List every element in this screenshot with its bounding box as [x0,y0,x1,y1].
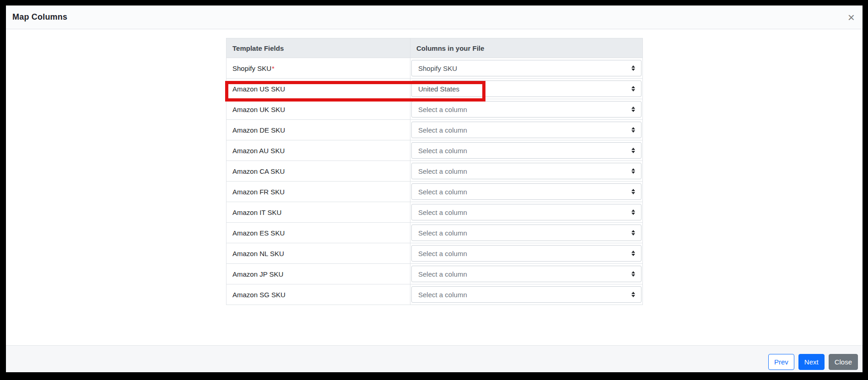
file-column-cell: Select a column [410,99,643,120]
select-expand-icon [631,209,635,215]
column-select-dropdown[interactable]: Select a column [411,204,642,220]
file-column-cell: Select a column [410,243,643,264]
select-expand-icon [631,127,635,133]
required-asterisk: * [272,64,275,72]
table-row: Amazon UK SKU Select a column [226,99,643,120]
column-mapping-table-wrap: Template Fields Columns in your File Sho… [226,38,642,305]
template-field-label: Shopify SKU [232,64,271,72]
file-column-cell: Select a column [410,182,643,202]
column-select-value: United States [418,85,459,93]
column-select-value: Select a column [418,250,467,257]
column-select-dropdown[interactable]: Select a column [411,122,642,138]
column-select-dropdown[interactable]: Select a column [411,183,642,200]
select-expand-icon [631,271,635,277]
column-select-dropdown[interactable]: Select a column [411,163,642,179]
table-row: Amazon JP SKU Select a column [226,264,643,284]
template-field-cell: Amazon FR SKU [226,182,410,202]
template-field-label: Amazon DE SKU [232,126,285,134]
table-header-template-fields: Template Fields [226,38,410,58]
prev-button[interactable]: Prev [768,354,794,370]
table-row: Amazon AU SKU Select a column [226,140,643,161]
next-button[interactable]: Next [798,354,825,370]
table-row: Amazon FR SKU Select a column [226,182,643,202]
template-field-cell: Amazon US SKU [226,79,410,99]
column-select-value: Select a column [418,229,467,237]
table-row: Amazon IT SKU Select a column [226,202,643,223]
template-field-label: Amazon ES SKU [232,229,285,237]
template-field-cell: Amazon UK SKU [226,99,410,120]
template-field-cell: Amazon JP SKU [226,264,410,284]
column-select-dropdown[interactable]: Select a column [411,225,642,241]
modal-title: Map Columns [12,12,67,22]
file-column-cell: Select a column [410,284,643,305]
table-row: Shopify SKU* Shopify SKU [226,58,643,79]
file-column-cell: Select a column [410,120,643,140]
select-expand-icon [631,107,635,112]
modal-footer: PrevNextClose [6,345,863,372]
mapping-table-body: Shopify SKU* Shopify SKU Amazon US SKU U… [226,58,643,305]
column-select-dropdown[interactable]: Select a column [411,286,642,303]
column-select-dropdown[interactable]: Shopify SKU [411,60,642,76]
column-select-value: Shopify SKU [418,64,457,72]
screenshot-frame: Map Columns × Template Fields Columns in… [0,0,868,380]
template-field-cell: Amazon IT SKU [226,202,410,223]
close-icon: × [848,11,855,24]
select-expand-icon [631,292,635,297]
table-row: Amazon DE SKU Select a column [226,120,643,140]
select-expand-icon [631,230,635,235]
file-column-cell: Select a column [410,202,643,223]
map-columns-modal: Map Columns × Template Fields Columns in… [6,5,863,372]
template-field-label: Amazon US SKU [232,85,285,93]
table-row: Amazon SG SKU Select a column [226,284,643,305]
select-expand-icon [631,148,635,153]
file-column-cell: Select a column [410,140,643,161]
template-field-label: Amazon JP SKU [232,270,283,278]
column-select-value: Select a column [418,106,467,113]
template-field-label: Amazon IT SKU [232,209,281,216]
template-field-cell: Amazon ES SKU [226,223,410,243]
modal-body: Template Fields Columns in your File Sho… [6,29,863,345]
table-row: Amazon NL SKU Select a column [226,243,643,264]
footer-buttons: PrevNextClose [768,354,858,370]
file-column-cell: Select a column [410,161,643,182]
column-mapping-table: Template Fields Columns in your File Sho… [226,38,643,305]
table-header-row: Template Fields Columns in your File [226,38,643,58]
file-column-cell: United States [410,79,643,99]
template-field-cell: Amazon NL SKU [226,243,410,264]
column-select-value: Select a column [418,291,467,299]
select-expand-icon [631,189,635,194]
column-select-dropdown[interactable]: Select a column [411,245,642,262]
column-select-value: Select a column [418,209,467,216]
template-field-label: Amazon AU SKU [232,147,285,155]
column-select-dropdown[interactable]: Select a column [411,101,642,118]
table-row: Amazon CA SKU Select a column [226,161,643,182]
template-field-label: Amazon FR SKU [232,188,285,196]
template-field-label: Amazon CA SKU [232,167,285,175]
select-expand-icon [631,168,635,174]
column-select-dropdown[interactable]: United States [411,80,642,97]
column-select-value: Select a column [418,167,467,175]
file-column-cell: Shopify SKU [410,58,643,79]
column-select-value: Select a column [418,188,467,196]
select-expand-icon [631,65,635,71]
column-select-value: Select a column [418,270,467,278]
table-row-highlighted: Amazon US SKU United States [226,79,643,99]
modal-header: Map Columns × [6,5,863,29]
template-field-label: Amazon SG SKU [232,291,286,299]
table-header-file-columns: Columns in your File [410,38,643,58]
template-field-cell: Amazon CA SKU [226,161,410,182]
template-field-label: Amazon NL SKU [232,250,284,257]
file-column-cell: Select a column [410,264,643,284]
close-button[interactable]: Close [829,354,858,370]
modal-close-button[interactable]: × [848,11,855,23]
template-field-cell: Amazon SG SKU [226,284,410,305]
column-select-dropdown[interactable]: Select a column [411,142,642,159]
column-select-value: Select a column [418,147,467,155]
template-field-cell: Amazon AU SKU [226,140,410,161]
template-field-label: Amazon UK SKU [232,106,285,113]
select-expand-icon [631,251,635,256]
column-select-value: Select a column [418,126,467,134]
column-select-dropdown[interactable]: Select a column [411,266,642,282]
table-row: Amazon ES SKU Select a column [226,223,643,243]
select-expand-icon [631,86,635,91]
